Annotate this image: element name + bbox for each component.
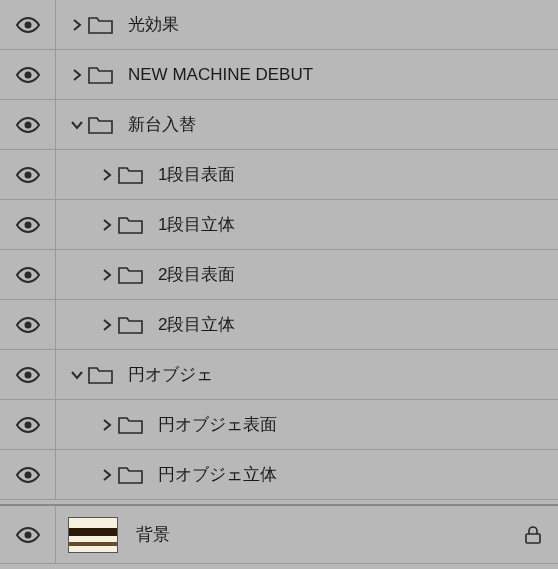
chevron-right-icon[interactable] xyxy=(68,68,86,82)
layer-label: 1段目立体 xyxy=(158,213,235,236)
layer-content[interactable]: 光効果 xyxy=(56,0,558,49)
layer-label: 1段目表面 xyxy=(158,163,235,186)
layer-row-shindai-irekae[interactable]: 新台入替 xyxy=(0,100,558,150)
layer-row-background[interactable]: 背景 xyxy=(0,504,558,564)
layer-row-row2-3d[interactable]: 2段目立体 xyxy=(0,300,558,350)
eye-icon xyxy=(15,466,41,484)
folder-icon xyxy=(118,265,144,285)
folder-icon xyxy=(118,165,144,185)
svg-point-8 xyxy=(24,421,31,428)
layer-row-row1-surface[interactable]: 1段目表面 xyxy=(0,150,558,200)
layer-thumbnail xyxy=(68,517,118,553)
folder-icon xyxy=(88,115,114,135)
svg-point-5 xyxy=(24,271,31,278)
layer-label: 円オブジェ表面 xyxy=(158,413,277,436)
folder-icon xyxy=(118,465,144,485)
layer-label: 2段目表面 xyxy=(158,263,235,286)
layer-row-new-machine[interactable]: NEW MACHINE DEBUT xyxy=(0,50,558,100)
layer-content[interactable]: 1段目表面 xyxy=(56,150,558,199)
layer-content[interactable]: 新台入替 xyxy=(56,100,558,149)
visibility-toggle[interactable] xyxy=(0,350,56,399)
chevron-right-icon[interactable] xyxy=(98,168,116,182)
svg-point-10 xyxy=(24,531,31,538)
layer-row-circle-3d[interactable]: 円オブジェ立体 xyxy=(0,450,558,500)
svg-point-2 xyxy=(24,121,31,128)
eye-icon xyxy=(15,416,41,434)
layer-row-circle-obj[interactable]: 円オブジェ xyxy=(0,350,558,400)
folder-icon xyxy=(88,365,114,385)
visibility-toggle[interactable] xyxy=(0,200,56,249)
eye-icon xyxy=(15,366,41,384)
visibility-toggle[interactable] xyxy=(0,400,56,449)
eye-icon xyxy=(15,526,41,544)
layer-label: 背景 xyxy=(136,523,170,546)
layer-label: 光効果 xyxy=(128,13,179,36)
chevron-down-icon[interactable] xyxy=(68,118,86,132)
chevron-down-icon[interactable] xyxy=(68,368,86,382)
eye-icon xyxy=(15,316,41,334)
folder-icon xyxy=(118,215,144,235)
layer-row-light-effects[interactable]: 光効果 xyxy=(0,0,558,50)
lock-toggle[interactable] xyxy=(508,506,558,563)
layers-panel: 光効果NEW MACHINE DEBUT新台入替1段目表面1段目立体2段目表面2… xyxy=(0,0,558,564)
layer-label: 円オブジェ立体 xyxy=(158,463,277,486)
folder-icon xyxy=(88,15,114,35)
layer-row-row2-surface[interactable]: 2段目表面 xyxy=(0,250,558,300)
eye-icon xyxy=(15,266,41,284)
visibility-toggle[interactable] xyxy=(0,100,56,149)
svg-rect-11 xyxy=(526,534,540,543)
eye-icon xyxy=(15,116,41,134)
svg-point-7 xyxy=(24,371,31,378)
svg-point-4 xyxy=(24,221,31,228)
layer-content[interactable]: 背景 xyxy=(56,506,508,563)
visibility-toggle[interactable] xyxy=(0,250,56,299)
eye-icon xyxy=(15,16,41,34)
layer-content[interactable]: 1段目立体 xyxy=(56,200,558,249)
lock-icon xyxy=(524,525,542,545)
layer-content[interactable]: 2段目表面 xyxy=(56,250,558,299)
layer-content[interactable]: 円オブジェ xyxy=(56,350,558,399)
chevron-right-icon[interactable] xyxy=(98,418,116,432)
chevron-right-icon[interactable] xyxy=(98,268,116,282)
visibility-toggle[interactable] xyxy=(0,150,56,199)
svg-point-9 xyxy=(24,471,31,478)
chevron-right-icon[interactable] xyxy=(98,468,116,482)
eye-icon xyxy=(15,166,41,184)
layer-content[interactable]: NEW MACHINE DEBUT xyxy=(56,50,558,99)
visibility-toggle[interactable] xyxy=(0,0,56,49)
chevron-right-icon[interactable] xyxy=(98,318,116,332)
eye-icon xyxy=(15,66,41,84)
svg-point-1 xyxy=(24,71,31,78)
chevron-right-icon[interactable] xyxy=(68,18,86,32)
svg-point-3 xyxy=(24,171,31,178)
visibility-toggle[interactable] xyxy=(0,50,56,99)
layer-label: 円オブジェ xyxy=(128,363,213,386)
layer-row-circle-surface[interactable]: 円オブジェ表面 xyxy=(0,400,558,450)
layer-label: NEW MACHINE DEBUT xyxy=(128,65,313,85)
layer-content[interactable]: 円オブジェ立体 xyxy=(56,450,558,499)
eye-icon xyxy=(15,216,41,234)
visibility-toggle[interactable] xyxy=(0,450,56,499)
layer-label: 2段目立体 xyxy=(158,313,235,336)
layer-content[interactable]: 2段目立体 xyxy=(56,300,558,349)
visibility-toggle[interactable] xyxy=(0,300,56,349)
layer-content[interactable]: 円オブジェ表面 xyxy=(56,400,558,449)
folder-icon xyxy=(118,415,144,435)
svg-point-6 xyxy=(24,321,31,328)
svg-point-0 xyxy=(24,21,31,28)
visibility-toggle[interactable] xyxy=(0,506,56,563)
folder-icon xyxy=(118,315,144,335)
layer-row-row1-3d[interactable]: 1段目立体 xyxy=(0,200,558,250)
folder-icon xyxy=(88,65,114,85)
chevron-right-icon[interactable] xyxy=(98,218,116,232)
layer-label: 新台入替 xyxy=(128,113,196,136)
